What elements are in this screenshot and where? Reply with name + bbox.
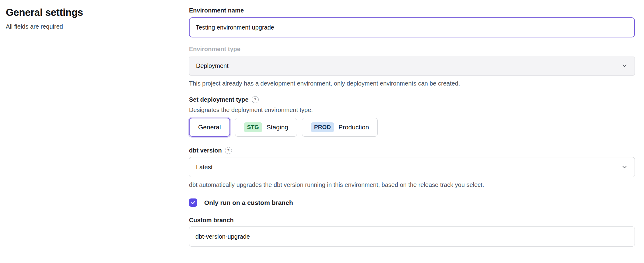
custom-branch-checkbox[interactable] [189,198,197,207]
deployment-type-options: General STG Staging PROD Production [189,118,635,137]
page: General settings All fields are required… [0,0,644,263]
custom-branch-label: Custom branch [189,217,635,224]
dbt-version-label-text: dbt version [189,147,222,154]
deployment-type-helper: Designates the deployment environment ty… [189,107,635,114]
deployment-type-label-text: Set deployment type [189,96,249,103]
environment-type-select: Deployment [189,56,635,76]
environment-type-helper: This project already has a development e… [189,80,635,87]
deployment-option-production-label: Production [338,124,369,131]
settings-form: Environment name Environment type Deploy… [189,0,644,263]
dbt-version-select[interactable]: Latest [189,157,635,177]
deployment-option-production[interactable]: PROD Production [302,118,378,137]
settings-header: General settings All fields are required [0,0,189,263]
dbt-version-helper: dbt automatically upgrades the dbt versi… [189,181,635,188]
custom-branch-toggle-row[interactable]: Only run on a custom branch [189,198,635,207]
chevron-down-icon [621,62,628,69]
staging-badge: STG [244,122,262,132]
environment-type-label: Environment type [189,46,635,53]
check-icon [191,200,196,205]
environment-type-value: Deployment [196,62,229,69]
chevron-down-icon [621,164,628,170]
deployment-option-staging[interactable]: STG Staging [235,118,297,137]
page-title: General settings [6,7,189,18]
custom-branch-toggle-label: Only run on a custom branch [204,199,293,206]
deployment-option-general[interactable]: General [189,118,230,137]
custom-branch-input[interactable] [189,226,635,247]
environment-name-label: Environment name [189,7,635,14]
help-icon[interactable]: ? [225,147,232,154]
production-badge: PROD [311,122,334,132]
environment-name-input[interactable] [189,17,635,37]
page-subtitle: All fields are required [6,23,189,30]
deployment-option-staging-label: Staging [267,124,288,131]
dbt-version-label: dbt version ? [189,147,635,154]
deployment-type-label: Set deployment type ? [189,96,635,103]
dbt-version-value: Latest [196,164,212,171]
deployment-option-general-label: General [198,124,221,131]
help-icon[interactable]: ? [252,96,259,103]
